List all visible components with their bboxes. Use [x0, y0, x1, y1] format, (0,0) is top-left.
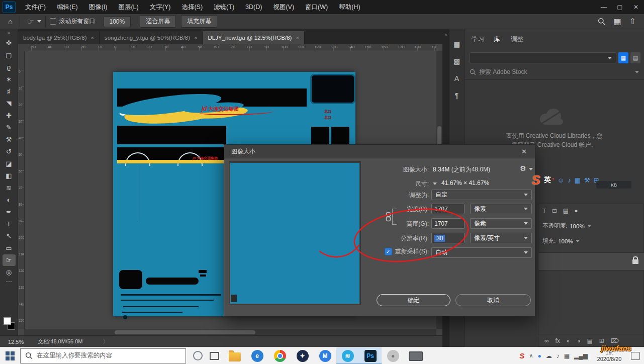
eraser-tool[interactable]: ◪ — [3, 158, 16, 169]
menu-item[interactable]: 窗口(W) — [300, 0, 333, 14]
adjustment-layer-icon[interactable]: ◑ — [577, 337, 580, 344]
healing-brush-tool[interactable]: ✚ — [3, 110, 16, 121]
sogou-tray-icon[interactable]: S — [519, 351, 524, 360]
layer-effects-icon[interactable]: fx — [556, 337, 560, 344]
menu-item[interactable]: 选择(S) — [176, 0, 208, 14]
new-layer-icon[interactable]: ⊞ — [599, 337, 604, 344]
status-chevron-icon[interactable]: 〉 — [103, 338, 108, 345]
list-view-button[interactable]: ▤ — [630, 52, 640, 63]
layer-group-icon[interactable]: ▤ — [587, 337, 592, 344]
dark-app-icon[interactable]: ✦ — [291, 347, 314, 364]
zoom-level[interactable]: 12.5% — [8, 339, 24, 345]
lasso-tool[interactable]: ϱ — [3, 61, 16, 73]
zoom-tool[interactable]: ◎ — [3, 266, 16, 278]
menu-item[interactable]: 图层(L) — [113, 0, 144, 14]
path-selection-tool[interactable]: ↖ — [3, 230, 16, 242]
menu-item[interactable]: 滤镜(T) — [208, 0, 240, 14]
start-button[interactable] — [0, 347, 20, 364]
shape-tool[interactable]: ▭ — [3, 242, 16, 254]
resolution-input[interactable]: 30 — [431, 233, 465, 243]
document-tab-2[interactable]: songzheng_y.tga @ 50%(RGB/8) × — [100, 31, 203, 44]
file-explorer-icon[interactable] — [223, 347, 246, 364]
fill-value[interactable]: 100% — [558, 238, 573, 244]
library-select[interactable] — [470, 52, 616, 63]
chrome-icon[interactable] — [268, 347, 291, 364]
ok-button[interactable]: 确定 — [377, 294, 450, 306]
menu-item[interactable]: 文字(Y) — [144, 0, 176, 14]
toolbar-collapse-icon[interactable]: » — [8, 29, 11, 37]
width-input[interactable]: 1707 — [431, 204, 465, 214]
ime-tray-icon[interactable]: ▦ — [564, 352, 570, 359]
gradient-tool[interactable]: ◧ — [3, 170, 16, 181]
cloud-tray-icon[interactable]: ☁ — [546, 352, 552, 359]
action-center-icon[interactable] — [631, 352, 640, 360]
task-view-icon[interactable] — [210, 352, 219, 360]
edit-toolbar-icon[interactable]: ⋯ — [6, 278, 12, 286]
search-icon[interactable] — [598, 18, 605, 25]
grid-view-button[interactable]: ▦ — [618, 52, 628, 63]
tab-libraries[interactable]: 库 — [494, 35, 500, 44]
pen-tool[interactable]: ✒ — [3, 206, 16, 218]
scroll-all-windows-checkbox[interactable] — [50, 18, 56, 25]
monitor-app-icon[interactable] — [404, 347, 427, 364]
chevron-down-icon[interactable] — [576, 240, 580, 242]
close-tab-icon[interactable]: × — [194, 35, 197, 41]
type-filter-icon[interactable]: T — [542, 208, 546, 214]
history-brush-tool[interactable]: ↺ — [3, 146, 16, 157]
menu-item[interactable]: 3D(D) — [240, 0, 267, 14]
preview-scroll-nub[interactable] — [231, 295, 237, 302]
chevron-down-icon[interactable] — [433, 183, 437, 185]
cortana-icon[interactable] — [193, 351, 203, 360]
dialog-title-bar[interactable]: 图像大小 ✕ — [224, 145, 535, 158]
zoom-100-button[interactable]: 100% — [104, 16, 131, 27]
minimize-button[interactable]: — — [596, 0, 612, 14]
toolbox-icon[interactable]: ⚒ — [584, 176, 590, 184]
share-icon[interactable]: ⇧ — [629, 17, 636, 26]
chat-tray-icon[interactable]: ● — [537, 352, 541, 359]
cyan-app-icon[interactable]: ≋ — [336, 347, 359, 364]
taskbar-search-box[interactable]: 在这里输入你要搜索的内容 — [20, 348, 186, 363]
network-icon[interactable]: ▂▄▆ — [574, 352, 588, 359]
close-tab-icon[interactable]: × — [296, 35, 299, 41]
menu-item[interactable]: 编辑(E) — [51, 0, 83, 14]
tab-learn[interactable]: 学习 — [472, 35, 484, 44]
quick-selection-tool[interactable]: ∗ — [3, 73, 16, 85]
gear-icon[interactable]: ⚙ — [520, 164, 526, 172]
menu-item[interactable]: 视图(V) — [267, 0, 300, 14]
shape-filter-icon[interactable]: ⊡ — [552, 207, 557, 214]
home-icon[interactable]: ⌂ — [8, 17, 13, 26]
resolution-unit-select[interactable]: 像素/英寸 — [470, 233, 532, 243]
marquee-tool[interactable]: ▢ — [3, 49, 16, 61]
document-tab-3[interactable]: DLJY_new.tga @ 12.5%(RGB/8) × — [203, 31, 304, 44]
color-swatches[interactable] — [3, 316, 16, 330]
delete-layer-icon[interactable]: ⌦ — [611, 337, 619, 344]
layer-row[interactable] — [538, 252, 644, 270]
brush-tool[interactable]: ✎ — [3, 122, 16, 133]
smudge-tool[interactable]: ≋ — [3, 182, 16, 194]
move-tool[interactable]: ✜ — [3, 37, 16, 49]
tab-adjustments[interactable]: 调整 — [511, 35, 523, 44]
paragraph-panel-icon[interactable]: ¶ — [455, 92, 459, 100]
foreground-color-swatch[interactable] — [4, 317, 11, 325]
volume-icon[interactable]: ♪ — [557, 352, 560, 359]
width-unit-select[interactable]: 像素 — [470, 204, 532, 214]
hand-tool[interactable]: ☞ — [3, 254, 16, 266]
type-tool[interactable]: T — [3, 218, 16, 230]
resample-select[interactable]: 自动 — [431, 247, 532, 258]
close-button[interactable]: ✕ — [628, 0, 644, 14]
eyedropper-tool[interactable]: ◥ — [3, 98, 16, 109]
gray-app-icon[interactable]: ● — [382, 347, 404, 364]
chevron-down-icon[interactable] — [529, 168, 533, 170]
photoshop-taskbar-icon[interactable]: Ps — [359, 347, 382, 364]
scrollbar-thumb[interactable] — [115, 330, 255, 334]
fit-to-select[interactable]: 自定 — [431, 190, 532, 200]
smiley-icon[interactable]: ☺ — [558, 176, 564, 184]
chevron-down-icon[interactable] — [37, 20, 41, 23]
dodge-tool[interactable]: ◐ — [3, 194, 16, 206]
edge-icon[interactable]: e — [246, 347, 268, 364]
hand-tool-icon[interactable]: ☞ — [27, 17, 34, 26]
keyboard-icon[interactable]: ▦ — [575, 176, 581, 184]
color-filter-icon[interactable]: ● — [575, 208, 578, 214]
swatches-panel-icon[interactable]: ▩ — [453, 57, 460, 65]
restore-button[interactable]: ▢ — [612, 0, 628, 14]
